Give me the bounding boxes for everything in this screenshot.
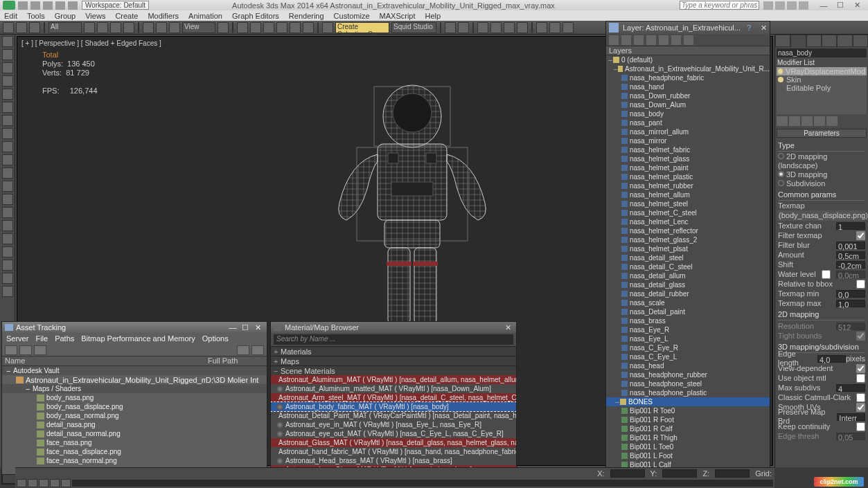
time-start[interactable] (17, 479, 26, 487)
signin-icon[interactable] (763, 1, 773, 10)
asset-maps[interactable]: −Maps / Shaders (2, 384, 267, 393)
keyboard-button[interactable] (250, 22, 261, 33)
select-name-button[interactable] (97, 22, 108, 33)
filter-blur-field[interactable]: 0,001 (836, 242, 865, 249)
curve-editor-button[interactable] (490, 22, 502, 33)
window-crossing-button[interactable] (123, 22, 134, 33)
asset-tb3[interactable] (34, 345, 46, 355)
mod-skin[interactable]: Skin (777, 75, 867, 84)
tab-motion[interactable] (822, 35, 837, 47)
lt-14[interactable] (2, 207, 13, 218)
layer-item[interactable]: nasa_head (606, 361, 770, 370)
lt-6[interactable] (2, 102, 13, 113)
layer-item[interactable]: nasa_C_Eye_L (606, 352, 770, 361)
material-item[interactable]: Astronaut_hand_fabric_MAT ( VRayMtl ) [n… (271, 447, 516, 456)
asset-menu-options[interactable]: Options (202, 334, 229, 343)
menu-modifiers[interactable]: Modifiers (148, 12, 179, 20)
tab-hierarchy[interactable] (806, 35, 822, 47)
layer-item[interactable]: nasa_headphone_fabric (606, 73, 770, 82)
layer-bone-item[interactable]: Bip001 L Toe0 (606, 442, 770, 451)
lt-3[interactable] (2, 62, 13, 73)
uom-check[interactable] (856, 374, 865, 383)
material-item[interactable]: Astronaut_Detail_Paint_MAT ( VRayCarPain… (271, 411, 516, 420)
configure-sets[interactable] (826, 116, 838, 126)
pmb-field[interactable]: Interr (837, 413, 865, 421)
layer-item[interactable]: nasa_pant (606, 118, 770, 127)
lt-20[interactable] (2, 286, 13, 297)
asset-col-path[interactable]: Full Path (208, 356, 267, 365)
cat-scene[interactable]: −Scene Materials (271, 365, 516, 375)
layer-item[interactable]: nasa_headphone_plastic (606, 388, 770, 397)
layer-item[interactable]: nasa_helmet_glass (606, 154, 770, 163)
layer-bone-item[interactable]: Bip001 R Thigh (606, 433, 770, 442)
layer-item[interactable]: nasa_detail_steel (606, 253, 770, 262)
ms-field[interactable]: 4 (836, 384, 865, 392)
close-button[interactable]: ✕ (849, 1, 865, 10)
layer-button[interactable] (477, 22, 488, 33)
layermgr-help[interactable]: ? (747, 24, 751, 32)
status-z-field[interactable] (715, 469, 750, 478)
asset-menu-server[interactable]: Server (6, 334, 28, 343)
layer-item[interactable]: nasa_scale (606, 298, 770, 307)
lt-19[interactable] (2, 273, 13, 284)
layer-item[interactable]: nasa_helmet_glass_2 (606, 235, 770, 244)
move-button[interactable] (143, 22, 154, 33)
asset-tb1[interactable] (5, 345, 17, 355)
kc-check[interactable] (856, 422, 865, 431)
select-button[interactable] (84, 22, 95, 33)
lt-16[interactable] (2, 233, 13, 244)
layer-bone-item[interactable]: Bip001 R Toe0 (606, 406, 770, 415)
lt-15[interactable] (2, 220, 13, 231)
lt-17[interactable] (2, 246, 13, 257)
tab-display[interactable] (837, 35, 852, 47)
layer-item[interactable]: nasa_C_Eye_R (606, 343, 770, 352)
asset-file[interactable]: body_nasa_normal.png (2, 411, 267, 420)
make-unique[interactable] (801, 116, 813, 126)
viewport-label[interactable]: [ + ] [ Perspective ] [ Shaded + Edged F… (21, 39, 161, 47)
save-icon[interactable] (43, 1, 53, 10)
layer-item[interactable]: nasa_hand (606, 82, 770, 91)
tab-modify[interactable] (790, 35, 806, 47)
menu-grapheditors[interactable]: Graph Editors (232, 12, 279, 20)
selection-filter[interactable]: All (48, 22, 82, 33)
new-icon[interactable] (18, 1, 28, 10)
material-item[interactable]: Astronaut_Head_brass_MAT ( VRayMtl ) [na… (271, 456, 516, 465)
material-item[interactable]: Astronaut_Arm_steel_MAT ( VRayMtl ) [nas… (271, 393, 516, 402)
mat-header[interactable]: Material/Map Browser ✕ (271, 322, 516, 333)
redo-icon[interactable] (68, 1, 78, 10)
layer-item[interactable]: nasa_detail_C_steel (606, 262, 770, 271)
ref-coord[interactable]: View (182, 22, 215, 33)
layer-item[interactable]: nasa_helmet_rubber (606, 181, 770, 190)
undo-button[interactable] (3, 22, 14, 33)
el-field[interactable]: 4,0 (817, 355, 846, 363)
asset-tree[interactable]: −Autodesk VaultAstronaut_in_Extravehicul… (2, 366, 267, 474)
tmin-field[interactable]: 0,0 (836, 290, 865, 298)
object-name[interactable]: nasa_body (777, 48, 867, 57)
material-item[interactable]: Astronaut_eye_in_MAT ( VRayMtl ) [nasa_E… (271, 420, 516, 429)
layer-item[interactable]: nasa_Detail_paint (606, 307, 770, 316)
asset-col-name[interactable]: Name (2, 356, 208, 365)
layer-item[interactable]: nasa_headphone_steel (606, 379, 770, 388)
menu-maxscript[interactable]: MAXScript (380, 12, 416, 20)
lt-18[interactable] (2, 260, 13, 271)
layer-item[interactable]: nasa_helmet_C_steel (606, 208, 770, 217)
asset-file[interactable]: face_nasa.png (2, 438, 267, 447)
percent-snap-button[interactable] (290, 22, 301, 33)
layer-freeze[interactable] (684, 35, 693, 45)
mat-close[interactable]: ✕ (502, 323, 513, 332)
layer-bone-item[interactable]: Bip001 L Foot (606, 451, 770, 460)
angle-snap-button[interactable] (276, 22, 287, 33)
time-play[interactable] (39, 479, 48, 487)
cat-maps[interactable]: +Maps (271, 356, 516, 365)
named-sel-button[interactable] (322, 22, 333, 33)
material-item[interactable]: Astronaut_eye_out_MAT ( VRayMtl ) [nasa_… (271, 429, 516, 438)
layer-item[interactable]: nasa_helmet_fabric (606, 145, 770, 154)
layer-item[interactable]: nasa_helmet_allum (606, 190, 770, 199)
selection-set-action[interactable]: Create Selection Se (335, 22, 389, 33)
filter-texmap-check[interactable] (856, 231, 865, 240)
time-next[interactable] (50, 479, 60, 487)
asset-tb2[interactable] (19, 345, 32, 355)
time-slider[interactable] (72, 480, 773, 487)
layer-add[interactable] (634, 35, 644, 45)
asset-min[interactable]: — (227, 323, 239, 332)
